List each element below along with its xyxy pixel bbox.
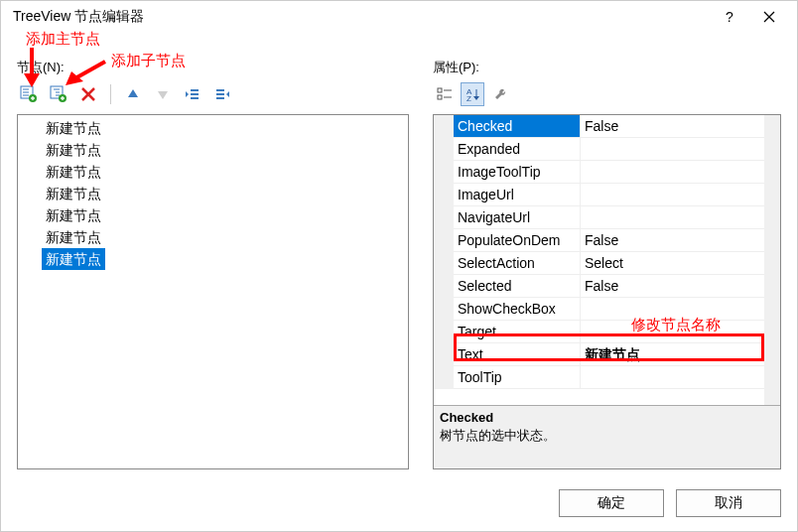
move-down-button[interactable] <box>151 82 175 106</box>
property-grid[interactable]: CheckedFalseExpandedImageToolTipImageUrl… <box>433 114 781 469</box>
properties-toolbar: AZ <box>433 80 781 108</box>
property-value[interactable]: False <box>581 275 780 298</box>
move-up-icon <box>126 87 140 101</box>
property-name: ImageUrl <box>454 184 581 206</box>
tree-item[interactable]: 新建节点 <box>18 204 408 226</box>
alphabetical-button[interactable]: AZ <box>461 82 484 106</box>
property-row[interactable]: Text新建节点 <box>434 343 780 366</box>
wrench-icon <box>492 86 508 102</box>
property-indent <box>434 298 454 321</box>
property-name: Target <box>454 321 581 343</box>
property-value[interactable] <box>581 184 780 206</box>
property-row[interactable]: CheckedFalse <box>434 115 780 138</box>
property-indent <box>434 252 454 275</box>
property-name: PopulateOnDem <box>454 229 581 252</box>
svg-rect-29 <box>216 93 224 95</box>
tree-item[interactable]: 新建节点 <box>18 161 408 183</box>
svg-marker-27 <box>186 91 189 97</box>
ok-button[interactable]: 确定 <box>559 489 664 517</box>
title-bar: TreeView 节点编辑器 ? <box>1 1 797 33</box>
help-button[interactable]: ? <box>710 1 749 33</box>
tree-item[interactable]: 新建节点 <box>18 183 408 204</box>
add-root-node-button[interactable] <box>17 82 41 106</box>
property-indent <box>434 343 454 366</box>
categorized-icon <box>437 86 453 102</box>
delete-icon <box>80 86 96 102</box>
indent-icon <box>214 87 230 101</box>
property-scrollbar[interactable] <box>764 115 780 405</box>
property-name: Expanded <box>454 138 581 161</box>
svg-marker-31 <box>226 91 229 97</box>
alphabetical-icon: AZ <box>465 86 480 102</box>
tree-item[interactable]: 新建节点 <box>18 226 408 248</box>
property-indent <box>434 275 454 298</box>
move-up-button[interactable] <box>121 82 145 106</box>
svg-rect-28 <box>216 89 224 91</box>
property-value[interactable]: 新建节点 <box>581 343 780 366</box>
delete-node-button[interactable] <box>76 82 100 106</box>
svg-rect-34 <box>438 95 442 99</box>
property-row[interactable]: ImageUrl <box>434 184 780 206</box>
property-indent <box>434 206 454 229</box>
outdent-icon <box>185 87 200 101</box>
dialog-footer: 确定 取消 <box>1 479 797 531</box>
indent-button[interactable] <box>210 82 234 106</box>
tree-panel[interactable]: 新建节点新建节点新建节点新建节点新建节点新建节点新建节点 <box>17 114 409 469</box>
property-value[interactable] <box>581 321 780 343</box>
close-button[interactable] <box>749 1 789 33</box>
property-name: ImageToolTip <box>454 161 581 184</box>
svg-rect-24 <box>191 89 199 91</box>
property-indent <box>434 229 454 252</box>
property-row[interactable]: SelectedFalse <box>434 275 780 298</box>
property-value[interactable] <box>581 138 780 161</box>
property-row[interactable]: Expanded <box>434 138 780 161</box>
property-indent <box>434 321 454 343</box>
property-indent <box>434 161 454 184</box>
property-value[interactable] <box>581 161 780 184</box>
svg-marker-22 <box>128 89 138 97</box>
tree-item[interactable]: 新建节点 <box>42 248 105 270</box>
property-row[interactable]: ToolTip <box>434 366 780 389</box>
nodes-label: 节点(N): <box>17 37 409 76</box>
help-icon: ? <box>726 9 733 25</box>
nodes-toolbar <box>17 80 409 108</box>
svg-marker-39 <box>473 96 479 100</box>
property-pages-button[interactable] <box>488 82 512 106</box>
property-row[interactable]: SelectActionSelect <box>434 252 780 275</box>
svg-rect-32 <box>438 88 442 92</box>
property-value[interactable]: False <box>581 229 780 252</box>
property-description: Checked 树节点的选中状态。 <box>434 405 780 468</box>
property-value[interactable]: Select <box>581 252 780 275</box>
property-value[interactable]: False <box>581 115 780 138</box>
property-name: Checked <box>454 115 581 138</box>
categorized-button[interactable] <box>433 82 457 106</box>
svg-rect-26 <box>191 97 199 99</box>
property-row[interactable]: NavigateUrl <box>434 206 780 229</box>
property-value[interactable] <box>581 206 780 229</box>
svg-rect-25 <box>191 93 199 95</box>
property-name: Selected <box>454 275 581 298</box>
close-icon <box>763 11 775 23</box>
property-indent <box>434 184 454 206</box>
svg-marker-23 <box>158 91 168 99</box>
add-child-node-button[interactable] <box>47 82 70 106</box>
property-name: NavigateUrl <box>454 206 581 229</box>
svg-text:Z: Z <box>466 94 471 102</box>
tree-item[interactable]: 新建节点 <box>18 117 408 139</box>
outdent-button[interactable] <box>181 82 204 106</box>
property-value[interactable] <box>581 366 780 389</box>
property-value[interactable] <box>581 298 780 321</box>
add-root-icon <box>20 85 38 103</box>
property-row[interactable]: ShowCheckBox <box>434 298 780 321</box>
property-row[interactable]: ImageToolTip <box>434 161 780 184</box>
property-row[interactable]: Target <box>434 321 780 343</box>
property-indent <box>434 138 454 161</box>
cancel-button[interactable]: 取消 <box>676 489 781 517</box>
description-text: 树节点的选中状态。 <box>440 427 774 445</box>
property-indent <box>434 115 454 138</box>
window-title: TreeView 节点编辑器 <box>13 8 710 26</box>
tree-item[interactable]: 新建节点 <box>18 139 408 161</box>
property-row[interactable]: PopulateOnDemFalse <box>434 229 780 252</box>
property-indent <box>434 366 454 389</box>
toolbar-separator <box>110 84 111 104</box>
